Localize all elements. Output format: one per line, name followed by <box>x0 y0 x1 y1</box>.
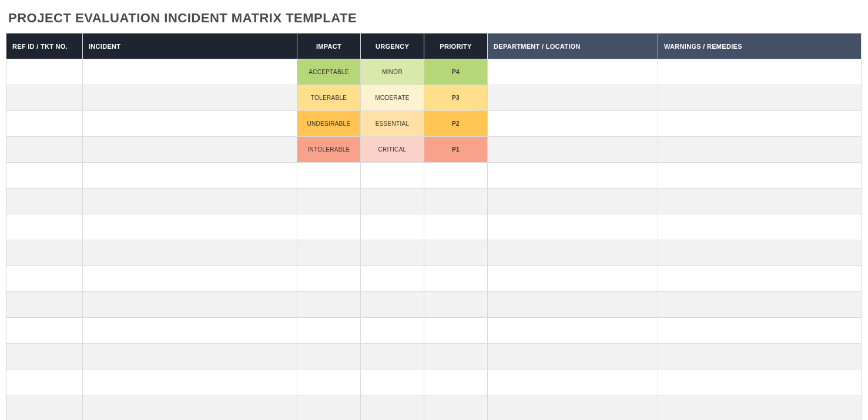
cell-dept[interactable] <box>488 292 658 318</box>
cell-dept[interactable] <box>488 163 658 189</box>
cell-warn[interactable] <box>658 214 862 240</box>
cell-impact[interactable]: UNDESIRABLE <box>297 111 361 137</box>
cell-urgency[interactable]: MODERATE <box>361 85 424 111</box>
cell-priority[interactable]: P4 <box>424 59 488 85</box>
cell-warn[interactable] <box>658 163 862 189</box>
cell-incident[interactable] <box>83 137 297 163</box>
cell-warn[interactable] <box>658 344 862 369</box>
cell-incident[interactable] <box>83 240 297 266</box>
cell-dept[interactable] <box>488 85 658 111</box>
cell-ref[interactable] <box>6 240 83 266</box>
cell-warn[interactable] <box>658 59 862 85</box>
cell-ref[interactable] <box>6 344 83 369</box>
cell-warn[interactable] <box>658 189 862 214</box>
cell-urgency[interactable] <box>361 318 424 344</box>
cell-impact[interactable]: TOLERABLE <box>297 85 361 111</box>
cell-priority[interactable] <box>424 163 488 189</box>
cell-priority[interactable] <box>424 344 488 369</box>
cell-urgency[interactable]: ESSENTIAL <box>361 111 424 137</box>
cell-dept[interactable] <box>488 240 658 266</box>
cell-warn[interactable] <box>658 137 862 163</box>
cell-dept[interactable] <box>488 137 658 163</box>
cell-impact[interactable]: INTOLERABLE <box>297 137 361 163</box>
cell-incident[interactable] <box>83 59 297 85</box>
page-title: PROJECT EVALUATION INCIDENT MATRIX TEMPL… <box>8 11 862 26</box>
cell-incident[interactable] <box>83 344 297 369</box>
cell-dept[interactable] <box>488 395 658 421</box>
cell-ref[interactable] <box>6 163 83 189</box>
cell-ref[interactable] <box>6 85 83 111</box>
cell-priority[interactable]: P3 <box>424 85 488 111</box>
cell-dept[interactable] <box>488 369 658 395</box>
cell-incident[interactable] <box>83 395 297 421</box>
cell-impact[interactable] <box>297 344 361 369</box>
cell-impact[interactable] <box>297 292 361 318</box>
cell-ref[interactable] <box>6 369 83 395</box>
cell-dept[interactable] <box>488 318 658 344</box>
cell-warn[interactable] <box>658 369 862 395</box>
header-impact: IMPACT <box>297 33 361 59</box>
cell-priority[interactable] <box>424 214 488 240</box>
cell-priority[interactable]: P1 <box>424 137 488 163</box>
cell-priority[interactable]: P2 <box>424 111 488 137</box>
cell-urgency[interactable] <box>361 395 424 421</box>
cell-urgency[interactable] <box>361 292 424 318</box>
cell-ref[interactable] <box>6 395 83 421</box>
cell-urgency[interactable] <box>361 266 424 292</box>
cell-priority[interactable] <box>424 240 488 266</box>
cell-ref[interactable] <box>6 266 83 292</box>
cell-impact[interactable] <box>297 189 361 214</box>
cell-incident[interactable] <box>83 318 297 344</box>
cell-ref[interactable] <box>6 189 83 214</box>
cell-incident[interactable] <box>83 369 297 395</box>
cell-warn[interactable] <box>658 266 862 292</box>
cell-impact[interactable] <box>297 395 361 421</box>
cell-impact[interactable] <box>297 266 361 292</box>
cell-impact[interactable] <box>297 318 361 344</box>
cell-dept[interactable] <box>488 189 658 214</box>
cell-dept[interactable] <box>488 59 658 85</box>
cell-priority[interactable] <box>424 292 488 318</box>
cell-urgency[interactable] <box>361 163 424 189</box>
cell-urgency[interactable] <box>361 189 424 214</box>
cell-urgency[interactable] <box>361 240 424 266</box>
cell-urgency[interactable]: CRITICAL <box>361 137 424 163</box>
cell-warn[interactable] <box>658 292 862 318</box>
cell-incident[interactable] <box>83 189 297 214</box>
cell-priority[interactable] <box>424 369 488 395</box>
cell-ref[interactable] <box>6 214 83 240</box>
cell-incident[interactable] <box>83 214 297 240</box>
cell-dept[interactable] <box>488 214 658 240</box>
cell-impact[interactable] <box>297 163 361 189</box>
cell-priority[interactable] <box>424 266 488 292</box>
cell-urgency[interactable] <box>361 214 424 240</box>
cell-warn[interactable] <box>658 240 862 266</box>
cell-incident[interactable] <box>83 292 297 318</box>
cell-ref[interactable] <box>6 59 83 85</box>
cell-warn[interactable] <box>658 111 862 137</box>
cell-warn[interactable] <box>658 85 862 111</box>
cell-urgency[interactable] <box>361 369 424 395</box>
cell-urgency[interactable]: MINOR <box>361 59 424 85</box>
cell-warn[interactable] <box>658 395 862 421</box>
cell-impact[interactable] <box>297 240 361 266</box>
cell-impact[interactable]: ACCEPTABLE <box>297 59 361 85</box>
cell-ref[interactable] <box>6 137 83 163</box>
cell-ref[interactable] <box>6 292 83 318</box>
cell-ref[interactable] <box>6 318 83 344</box>
cell-impact[interactable] <box>297 369 361 395</box>
cell-incident[interactable] <box>83 266 297 292</box>
cell-priority[interactable] <box>424 189 488 214</box>
cell-dept[interactable] <box>488 266 658 292</box>
cell-warn[interactable] <box>658 318 862 344</box>
cell-priority[interactable] <box>424 318 488 344</box>
cell-dept[interactable] <box>488 111 658 137</box>
cell-impact[interactable] <box>297 214 361 240</box>
cell-priority[interactable] <box>424 395 488 421</box>
cell-ref[interactable] <box>6 111 83 137</box>
cell-incident[interactable] <box>83 163 297 189</box>
cell-incident[interactable] <box>83 85 297 111</box>
cell-dept[interactable] <box>488 344 658 369</box>
cell-urgency[interactable] <box>361 344 424 369</box>
cell-incident[interactable] <box>83 111 297 137</box>
